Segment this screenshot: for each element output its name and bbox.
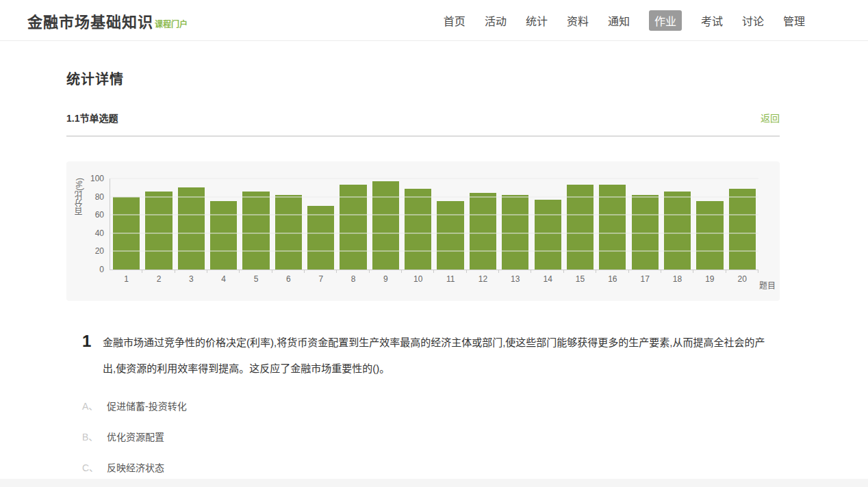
x-tick-label-16: 16	[608, 275, 617, 283]
bar-question-4[interactable]	[210, 201, 237, 269]
y-tick-label-60: 60	[95, 211, 104, 219]
option-text-B: 优化资源配置	[107, 430, 164, 443]
x-tick-label-18: 18	[673, 275, 682, 283]
bar-slot-19: 19	[693, 179, 726, 269]
bar-question-7[interactable]	[307, 206, 334, 269]
x-tick-label-14: 14	[543, 275, 552, 283]
option-B: B、优化资源配置	[82, 430, 780, 443]
bar-slot-15: 15	[564, 179, 596, 269]
bar-question-3[interactable]	[178, 187, 205, 269]
bar-question-14[interactable]	[535, 200, 561, 269]
x-tick-label-8: 8	[351, 275, 356, 283]
option-letter-A: A、	[82, 399, 107, 412]
course-title: 金融市场基础知识	[27, 10, 153, 31]
nav-item-admin[interactable]: 管理	[783, 10, 805, 31]
bar-slot-10: 10	[402, 179, 434, 269]
bar-question-16[interactable]	[599, 185, 626, 269]
gridline-80	[110, 196, 758, 197]
course-portal-link[interactable]: 课程门户	[155, 18, 188, 29]
x-tick-label-13: 13	[511, 275, 520, 283]
x-tick-label-20: 20	[738, 275, 747, 283]
chart-bars: 1234567891011121314151617181920	[110, 179, 758, 269]
score-chart: 百分比(%) 1234567891011121314151617181920 0…	[66, 161, 780, 301]
bar-question-11[interactable]	[437, 201, 463, 269]
question-text: 金融市场通过竞争性的价格决定(利率),将货币资金配置到生产效率最高的经济主体或部…	[103, 330, 777, 382]
bar-slot-5: 5	[240, 179, 272, 269]
x-axis-label: 题目	[759, 279, 776, 291]
option-text-C: 反映经济状态	[107, 460, 164, 474]
x-tick-label-1: 1	[124, 275, 129, 283]
bar-slot-3: 3	[175, 179, 207, 269]
chart-plot: 1234567891011121314151617181920 02040608…	[110, 179, 758, 270]
x-tick-label-19: 19	[705, 275, 714, 283]
nav-item-notices[interactable]: 通知	[608, 10, 630, 31]
bar-question-2[interactable]	[145, 192, 172, 269]
main-content: 统计详情 1.1节单选题 返回 百分比(%) 12345678910111213…	[66, 68, 780, 487]
nav-item-exams[interactable]: 考试	[701, 10, 723, 31]
bar-question-8[interactable]	[340, 185, 366, 269]
x-tick-label-15: 15	[576, 275, 585, 283]
option-letter-C: C、	[82, 460, 107, 474]
bar-question-20[interactable]	[729, 189, 756, 269]
brand[interactable]: 金融市场基础知识 课程门户	[27, 10, 188, 31]
question-block: 1 金融市场通过竞争性的价格决定(利率),将货币资金配置到生产效率最高的经济主体…	[66, 330, 780, 382]
nav-item-materials[interactable]: 资料	[567, 10, 589, 31]
x-tick-label-9: 9	[383, 275, 388, 283]
bar-slot-9: 9	[370, 179, 402, 269]
x-tick-label-3: 3	[189, 275, 194, 283]
question-number: 1	[82, 330, 103, 382]
nav-item-statistics[interactable]: 统计	[526, 10, 548, 31]
bar-slot-1: 1	[110, 179, 142, 269]
x-tick-label-17: 17	[640, 275, 649, 283]
x-tick-label-2: 2	[157, 275, 162, 283]
option-A: A、促进储蓄-投资转化	[82, 399, 780, 412]
bar-slot-8: 8	[337, 179, 369, 269]
bar-slot-11: 11	[434, 179, 466, 269]
bar-question-9[interactable]	[372, 181, 399, 269]
bar-slot-17: 17	[629, 179, 661, 269]
y-tick-label-20: 20	[95, 247, 104, 255]
y-tick-label-0: 0	[99, 265, 104, 274]
x-tick-label-10: 10	[413, 275, 422, 283]
x-tick-label-11: 11	[446, 275, 455, 283]
bar-slot-20: 20	[726, 179, 758, 269]
nav-item-homework[interactable]: 作业	[649, 10, 682, 31]
bar-question-5[interactable]	[242, 192, 269, 269]
option-C: C、反映经济状态	[82, 460, 780, 474]
nav-item-home[interactable]: 首页	[444, 10, 465, 31]
bar-slot-2: 2	[142, 179, 175, 269]
y-axis-label: 百分比(%)	[73, 178, 85, 215]
options-list: A、促进储蓄-投资转化B、优化资源配置C、反映经济状态D、宏观调控	[66, 399, 780, 487]
next-section-edge	[0, 479, 868, 487]
x-tick-label-6: 6	[286, 275, 291, 283]
x-tick-label-7: 7	[318, 275, 323, 283]
section-header: 1.1节单选题 返回	[66, 111, 780, 124]
bar-question-19[interactable]	[696, 201, 723, 269]
back-link[interactable]: 返回	[761, 111, 780, 124]
nav-item-activity[interactable]: 活动	[485, 10, 507, 31]
bar-slot-13: 13	[499, 179, 531, 269]
bar-slot-12: 12	[467, 179, 499, 269]
bar-question-12[interactable]	[470, 193, 496, 269]
bar-question-10[interactable]	[405, 189, 431, 269]
nav-item-discussion[interactable]: 讨论	[742, 10, 764, 31]
bar-question-18[interactable]	[664, 192, 691, 269]
x-tick-label-4: 4	[221, 275, 226, 283]
main-nav: 首页活动统计资料通知作业考试讨论管理	[444, 10, 805, 31]
y-tick-label-80: 80	[95, 193, 104, 201]
x-tick-label-5: 5	[254, 275, 259, 283]
bar-slot-4: 4	[207, 179, 240, 269]
bar-question-15[interactable]	[567, 185, 593, 269]
y-tick-label-100: 100	[90, 174, 104, 183]
section-title: 1.1节单选题	[66, 111, 118, 124]
page-title: 统计详情	[66, 68, 780, 88]
option-text-A: 促进储蓄-投资转化	[107, 399, 187, 412]
gridline-40	[110, 233, 758, 233]
gridline-20	[110, 251, 758, 252]
bar-slot-6: 6	[272, 179, 305, 269]
bar-slot-18: 18	[661, 179, 693, 269]
bar-slot-7: 7	[305, 179, 337, 269]
bar-slot-16: 16	[596, 179, 628, 269]
gridline-60	[110, 215, 758, 215]
x-tick-label-12: 12	[478, 275, 487, 283]
